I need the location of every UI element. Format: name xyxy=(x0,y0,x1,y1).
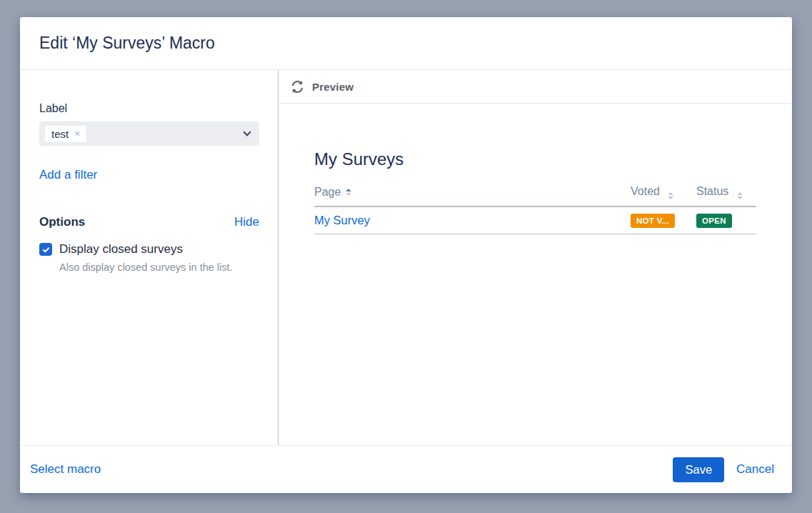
page-cell: My Survey xyxy=(314,214,631,227)
label-field-label: Label xyxy=(39,102,259,115)
refresh-icon[interactable] xyxy=(290,79,305,94)
display-closed-checkbox[interactable] xyxy=(39,243,52,256)
column-header-status-label: Status xyxy=(696,185,728,197)
dialog-header: Edit ‘My Surveys’ Macro xyxy=(20,17,792,70)
display-closed-description: Also display closed surveys in the list. xyxy=(59,262,259,273)
preview-title: Preview xyxy=(312,81,354,93)
column-header-voted-label: Voted xyxy=(631,185,660,197)
voted-cell: NOT V... xyxy=(631,214,696,228)
survey-page-link[interactable]: My Survey xyxy=(314,214,370,227)
surveys-heading: My Surveys xyxy=(314,149,756,169)
hide-options-link[interactable]: Hide xyxy=(234,215,259,229)
options-heading: Options xyxy=(39,215,85,229)
dialog-footer: Select macro Save Cancel xyxy=(20,445,792,493)
display-closed-label[interactable]: Display closed surveys xyxy=(59,242,183,256)
sort-icon xyxy=(668,192,673,199)
table-header-row: Page Voted Status xyxy=(314,185,756,207)
table-row: My Survey NOT V... OPEN xyxy=(314,207,756,234)
chevron-down-icon xyxy=(243,128,251,136)
options-header-row: Options Hide xyxy=(39,215,259,229)
save-button[interactable]: Save xyxy=(673,457,724,482)
voted-status-badge: NOT V... xyxy=(631,214,675,228)
surveys-table: Page Voted Status xyxy=(314,185,756,234)
label-tag-text: test xyxy=(51,128,69,140)
cancel-button[interactable]: Cancel xyxy=(736,462,774,477)
column-header-voted[interactable]: Voted xyxy=(631,185,696,199)
edit-macro-dialog: Edit ‘My Surveys’ Macro Label test × Add… xyxy=(20,17,792,493)
status-cell: OPEN xyxy=(696,214,756,228)
label-tag: test × xyxy=(45,126,86,142)
footer-actions: Save Cancel xyxy=(673,457,774,482)
preview-content: My Surveys Page Voted Status xyxy=(279,104,792,234)
label-select[interactable]: test × xyxy=(39,121,259,146)
column-header-page-label: Page xyxy=(314,186,341,199)
display-closed-row: Display closed surveys xyxy=(39,242,259,256)
select-macro-link[interactable]: Select macro xyxy=(30,462,101,477)
column-header-status[interactable]: Status xyxy=(696,185,756,199)
sort-icon xyxy=(346,189,351,196)
dialog-body: Label test × Add a filter Options Hide xyxy=(20,70,792,445)
preview-panel: Preview My Surveys Page Voted xyxy=(279,70,792,445)
dialog-title: Edit ‘My Surveys’ Macro xyxy=(39,34,215,53)
sort-icon xyxy=(737,192,743,199)
remove-tag-icon[interactable]: × xyxy=(74,129,80,139)
add-filter-link[interactable]: Add a filter xyxy=(39,168,97,182)
open-status-badge: OPEN xyxy=(696,214,732,228)
checkmark-icon xyxy=(41,245,51,254)
preview-header: Preview xyxy=(279,70,792,104)
parameters-panel: Label test × Add a filter Options Hide xyxy=(20,70,279,445)
column-header-page[interactable]: Page xyxy=(314,186,631,199)
